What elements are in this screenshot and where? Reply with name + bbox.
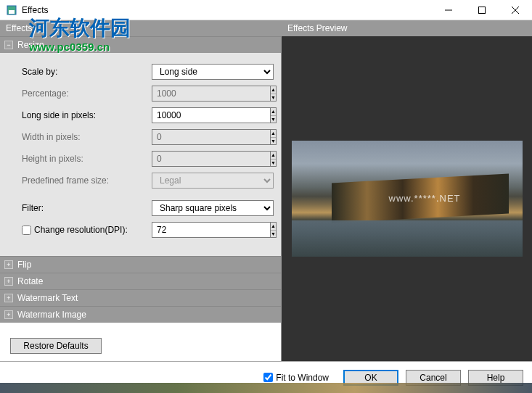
fit-to-window-control[interactable]: Fit to Window (263, 373, 329, 383)
percentage-input (152, 86, 270, 102)
expand-icon: + (4, 294, 13, 302)
width-label: Width in pixels: (7, 132, 152, 142)
long-side-label: Long side in pixels: (7, 110, 152, 120)
preview-area: www.*****.NET (282, 36, 532, 361)
watermark-image-header-label: Watermark Image (17, 310, 86, 320)
dpi-label: Change resolution(DPI): (34, 225, 128, 235)
rotate-header-label: Rotate (17, 276, 43, 286)
height-spinner: ▲▼ (152, 151, 274, 167)
maximize-button[interactable] (465, 0, 499, 20)
predefined-label: Predefined frame size: (7, 175, 152, 186)
spin-up-icon: ▲ (271, 152, 276, 160)
left-panel: Effects − Resize Scale by: Long side Per… (0, 20, 282, 361)
spin-down-icon[interactable]: ▼ (271, 231, 276, 238)
width-spinner: ▲▼ (152, 129, 274, 145)
predefined-select: Legal (152, 173, 274, 189)
fit-to-window-checkbox[interactable] (263, 373, 273, 382)
long-side-input[interactable] (152, 107, 270, 123)
dpi-input[interactable] (152, 222, 270, 238)
close-button[interactable] (499, 0, 532, 20)
expand-icon: + (4, 277, 13, 286)
minimize-button[interactable] (432, 0, 465, 20)
preview-image: www.*****.NET (292, 141, 523, 257)
resize-body: Scale by: Long side Percentage: ▲▼ Long … (0, 53, 281, 256)
spin-down-icon: ▼ (271, 138, 276, 145)
percentage-spinner: ▲▼ (152, 86, 274, 102)
watermark-image-header[interactable]: + Watermark Image (0, 306, 281, 323)
dpi-spinner[interactable]: ▲▼ (152, 222, 274, 238)
dpi-checkbox[interactable] (22, 226, 31, 235)
spin-up-icon: ▲ (271, 130, 276, 138)
resize-header[interactable]: − Resize (0, 36, 281, 53)
expand-icon: + (4, 260, 13, 269)
spin-down-icon: ▼ (271, 160, 276, 167)
width-input (152, 129, 270, 145)
spin-up-icon: ▲ (271, 86, 276, 94)
spin-down-icon: ▼ (271, 94, 276, 102)
scale-by-label: Scale by: (7, 67, 152, 77)
height-label: Height in pixels: (7, 154, 152, 164)
titlebar: Effects (0, 0, 532, 20)
svg-rect-1 (9, 10, 15, 14)
percentage-label: Percentage: (7, 88, 152, 99)
filter-select[interactable]: Sharp square pixels (152, 200, 274, 216)
watermark-text-header-label: Watermark Text (17, 293, 78, 303)
preview-panel-title: Effects Preview (282, 20, 532, 36)
expand-icon: + (4, 310, 13, 319)
resize-header-label: Resize (17, 40, 44, 50)
spin-down-icon[interactable]: ▼ (271, 116, 276, 123)
watermark-text-header[interactable]: + Watermark Text (0, 289, 281, 306)
flip-header[interactable]: + Flip (0, 256, 281, 273)
window-title: Effects (22, 5, 432, 15)
scale-by-select[interactable]: Long side (152, 64, 274, 80)
decorative-bottom-strip (0, 383, 532, 393)
spin-up-icon[interactable]: ▲ (271, 223, 276, 231)
fit-to-window-label: Fit to Window (276, 373, 329, 383)
collapse-icon: − (4, 41, 13, 49)
rotate-header[interactable]: + Rotate (0, 273, 281, 289)
effects-panel-title: Effects (0, 20, 281, 36)
long-side-spinner[interactable]: ▲▼ (152, 107, 274, 123)
flip-header-label: Flip (17, 260, 31, 270)
spin-up-icon[interactable]: ▲ (271, 108, 276, 116)
filter-label: Filter: (7, 203, 152, 213)
app-icon (6, 4, 17, 16)
height-input (152, 151, 270, 167)
preview-image-watermark: www.*****.NET (389, 193, 461, 204)
svg-rect-3 (479, 7, 486, 13)
right-panel: Effects Preview www.*****.NET (282, 20, 532, 361)
restore-defaults-button[interactable]: Restore Defaults (10, 338, 102, 354)
